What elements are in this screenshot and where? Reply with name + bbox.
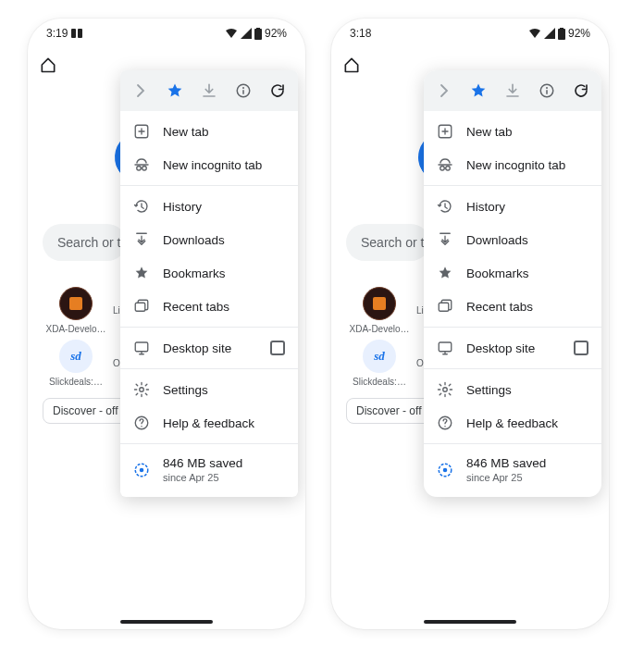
cast-icon <box>71 29 82 38</box>
svg-rect-18 <box>560 28 564 30</box>
home-icon[interactable] <box>39 56 57 74</box>
nav-handle <box>120 620 213 624</box>
menu-item-label: New incognito tab <box>163 158 262 172</box>
download-icon[interactable] <box>200 81 218 100</box>
menu-divider <box>424 327 601 328</box>
download-icon <box>437 231 453 248</box>
wifi-icon <box>225 28 238 39</box>
menu-item-gear[interactable]: Settings <box>120 373 298 406</box>
status-bar: 3:18 92% <box>331 19 609 44</box>
shortcut-xda[interactable]: XDA-Develo… <box>43 287 109 334</box>
home-icon[interactable] <box>342 56 361 74</box>
svg-point-31 <box>443 468 448 473</box>
menu-item-history[interactable]: History <box>424 190 601 223</box>
menu-item-help[interactable]: Help & feedback <box>424 406 601 440</box>
svg-rect-1 <box>78 29 82 38</box>
battery-icon <box>558 28 565 40</box>
shortcut-slickdeals[interactable]: sd Slickdeals:… <box>346 340 413 387</box>
menu-item-label: New tab <box>466 125 513 139</box>
search-input[interactable]: Search or type <box>346 224 429 261</box>
svg-point-9 <box>142 167 147 171</box>
xda-icon <box>59 287 93 320</box>
menu-item-plus[interactable]: New tab <box>424 115 601 148</box>
menu-item-desktop[interactable]: Desktop site <box>424 331 601 365</box>
refresh-icon[interactable] <box>268 81 287 100</box>
desktop-icon <box>133 340 150 356</box>
xda-icon <box>363 287 396 320</box>
svg-rect-17 <box>558 29 565 40</box>
menu-item-star[interactable]: Bookmarks <box>120 256 298 290</box>
svg-point-12 <box>140 388 144 392</box>
phone-2: 3:18 92% Search or type XDA-Develo… Li <box>331 19 609 629</box>
menu-top-row <box>424 70 601 111</box>
svg-point-24 <box>446 167 451 171</box>
svg-rect-6 <box>242 90 244 94</box>
menu-items-list: New tabNew incognito tabHistoryDownloads… <box>424 111 601 497</box>
svg-point-20 <box>546 87 548 89</box>
menu-item-help[interactable]: Help & feedback <box>120 406 298 440</box>
discover-toggle[interactable]: Discover - off <box>43 398 128 424</box>
menu-items-list: New tabNew incognito tabHistoryDownloads… <box>120 111 298 497</box>
download-icon[interactable] <box>503 81 522 100</box>
menu-top-row <box>120 70 298 111</box>
battery-icon <box>254 28 262 40</box>
menu-item-download[interactable]: Downloads <box>120 223 298 256</box>
menu-item-data[interactable]: 846 MB savedsince Apr 25 <box>120 448 298 493</box>
menu-item-tabs[interactable]: Recent tabs <box>120 290 298 323</box>
menu-item-gear[interactable]: Settings <box>424 373 601 406</box>
plus-icon <box>437 123 453 140</box>
svg-point-29 <box>444 426 446 428</box>
menu-item-label: 846 MB savedsince Apr 25 <box>466 456 546 485</box>
star-icon <box>133 265 150 281</box>
svg-rect-3 <box>256 28 260 30</box>
star-icon[interactable] <box>469 81 488 100</box>
menu-item-incognito[interactable]: New incognito tab <box>424 148 601 181</box>
menu-item-download[interactable]: Downloads <box>424 223 601 256</box>
refresh-icon[interactable] <box>572 81 590 100</box>
svg-rect-11 <box>135 342 148 352</box>
incognito-icon <box>437 156 453 173</box>
menu-item-plus[interactable]: New tab <box>120 115 298 148</box>
help-icon <box>437 415 453 431</box>
menu-item-label: Settings <box>466 383 512 397</box>
search-input[interactable]: Search or type <box>43 224 126 261</box>
menu-item-incognito[interactable]: New incognito tab <box>120 148 298 181</box>
menu-item-tabs[interactable]: Recent tabs <box>424 290 601 323</box>
menu-item-data[interactable]: 846 MB savedsince Apr 25 <box>424 448 601 493</box>
data-icon <box>437 462 453 478</box>
svg-point-5 <box>242 87 244 89</box>
forward-icon[interactable] <box>435 81 453 100</box>
menu-item-history[interactable]: History <box>120 190 298 223</box>
phone-1: 3:19 92% Search or type XDA-Develo… Li <box>28 19 305 629</box>
wifi-icon <box>528 28 541 39</box>
svg-rect-26 <box>439 342 452 352</box>
overflow-menu: New tabNew incognito tabHistoryDownloads… <box>120 70 298 497</box>
menu-item-star[interactable]: Bookmarks <box>424 256 601 290</box>
battery-percent: 92% <box>568 27 590 40</box>
menu-item-label: Desktop site <box>163 341 231 355</box>
svg-rect-10 <box>135 303 145 311</box>
info-icon[interactable] <box>538 81 556 100</box>
desktop-site-checkbox[interactable] <box>270 341 285 355</box>
forward-icon[interactable] <box>131 81 150 100</box>
plus-icon <box>133 123 150 140</box>
shortcut-xda[interactable]: XDA-Develo… <box>346 287 413 334</box>
data-icon <box>133 462 150 478</box>
svg-point-8 <box>137 167 142 171</box>
menu-item-label: New tab <box>163 125 209 139</box>
menu-divider <box>424 368 601 369</box>
overflow-menu: New tabNew incognito tabHistoryDownloads… <box>424 70 601 497</box>
menu-item-label: Help & feedback <box>163 416 254 430</box>
svg-point-27 <box>443 388 448 392</box>
info-icon[interactable] <box>234 81 253 100</box>
history-icon <box>133 198 150 215</box>
shortcut-slickdeals[interactable]: sd Slickdeals:… <box>43 340 109 387</box>
menu-divider <box>424 185 601 186</box>
discover-toggle[interactable]: Discover - off <box>346 398 431 424</box>
desktop-site-checkbox[interactable] <box>574 341 588 355</box>
slickdeals-icon: sd <box>59 340 93 373</box>
gear-icon <box>437 381 453 398</box>
star-icon[interactable] <box>166 81 184 100</box>
menu-item-desktop[interactable]: Desktop site <box>120 331 298 365</box>
nav-handle <box>424 620 516 624</box>
